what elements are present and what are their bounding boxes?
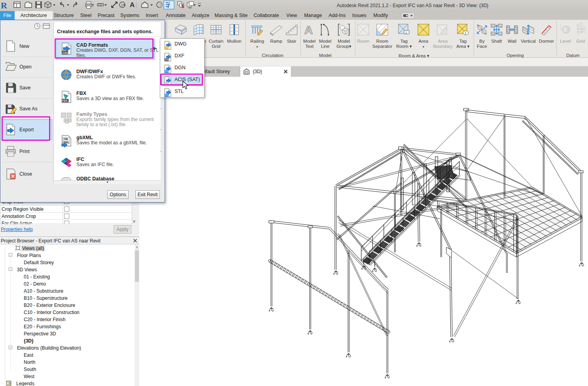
svg-text:1: 1: [560, 24, 561, 26]
svg-text:DGN: DGN: [165, 70, 169, 73]
svg-text:XML: XML: [63, 140, 70, 144]
svg-text:A: A: [130, 1, 135, 9]
svg-text:STL: STL: [165, 94, 168, 96]
svg-text:1: 1: [405, 31, 407, 34]
svg-text:DWG: DWG: [165, 47, 169, 49]
svg-text:1: 1: [465, 31, 467, 35]
svg-text:A: A: [304, 23, 313, 36]
svg-text:DXF: DXF: [165, 59, 169, 61]
svg-text:R: R: [1, 0, 8, 10]
svg-text:FBX: FBX: [62, 99, 68, 102]
svg-text:1: 1: [121, 3, 123, 7]
